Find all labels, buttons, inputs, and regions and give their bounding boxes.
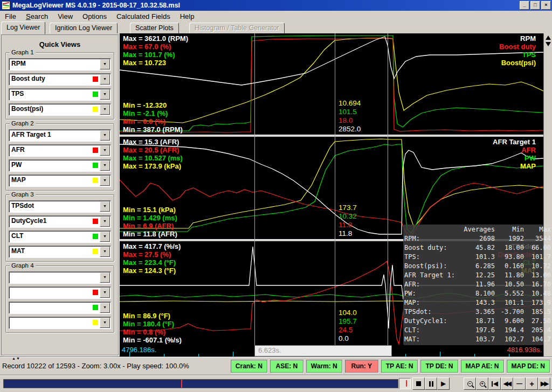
menu-item-calculated-fields[interactable]: Calculated Fields xyxy=(112,11,175,22)
group-label: Graph 4 xyxy=(10,262,36,269)
chevron-down-icon[interactable]: ▼ xyxy=(100,89,110,100)
stats-value: 12.25 xyxy=(460,270,496,279)
field-selector[interactable]: PW▼ xyxy=(9,159,111,172)
chevron-down-icon[interactable]: ▼ xyxy=(100,318,110,328)
legend-item: TPS xyxy=(499,51,536,59)
max-label: Max = 10.723 xyxy=(123,59,188,67)
stats-row: MAT:103.7102.7104.7 xyxy=(403,334,552,344)
field-value: CLT xyxy=(11,232,23,240)
stats-col-max: Max xyxy=(525,225,552,234)
tab-scatter-plots[interactable]: Scatter Plots xyxy=(130,23,179,34)
log-progress-bar[interactable] xyxy=(3,379,398,388)
field-selector[interactable]: ▼ xyxy=(9,302,111,314)
stop-button[interactable] xyxy=(412,377,425,390)
pause-button[interactable] xyxy=(425,377,437,390)
cursor-value: 0.0 xyxy=(339,334,357,343)
field-selector[interactable]: RPM▼ xyxy=(9,58,111,71)
tab-row: Log ViewerIgnition Log ViewerScatter Plo… xyxy=(0,22,552,33)
series-color-chip xyxy=(93,148,98,153)
chevron-down-icon[interactable]: ▼ xyxy=(100,160,110,171)
max-label: Max = 67.0 (%) xyxy=(123,43,188,51)
field-selector[interactable]: CLT▼ xyxy=(9,230,111,243)
progress-position-marker xyxy=(181,380,182,388)
chevron-down-icon[interactable]: ▼ xyxy=(100,176,110,186)
app-icon xyxy=(2,1,10,10)
stats-value: 5.552 xyxy=(496,289,525,298)
menu-item-search[interactable]: Search xyxy=(21,11,53,22)
legend-item: Boost(psi) xyxy=(499,59,536,67)
field-selector[interactable]: DutyCycle1▼ xyxy=(9,215,111,228)
field-selector[interactable]: ▼ xyxy=(9,286,111,299)
field-value: PW xyxy=(11,161,22,169)
timeline-bar[interactable]: 4796.186s. 6.623s. 4816.938s. xyxy=(120,345,543,356)
field-selector[interactable]: ▼ xyxy=(9,271,111,284)
menu-item-help[interactable]: Help xyxy=(175,11,199,22)
field-selector[interactable]: AFR▼ xyxy=(9,144,111,157)
graph2-plot[interactable]: Max = 15.3 (AFR)Max = 20.5 (AFR)Max = 10… xyxy=(120,137,543,239)
chevron-down-icon[interactable]: ▼ xyxy=(100,272,110,283)
min-label: Min = 1.429 (ms) xyxy=(123,214,177,222)
tab-ignition-log-viewer[interactable]: Ignition Log Viewer xyxy=(50,23,118,34)
chevron-down-icon[interactable]: ▼ xyxy=(100,130,110,141)
chevron-down-icon[interactable]: ▼ xyxy=(100,247,110,257)
group-graph-3: Graph 3TPSdot▼DutyCycle1▼CLT▼MAT▼ xyxy=(5,194,114,262)
field-selector[interactable]: Boost(psi)▼ xyxy=(9,103,111,116)
rewind-button[interactable]: ◀◀ xyxy=(501,377,513,390)
stats-row: TPSdot:3.365-3.700185.5 xyxy=(403,307,552,316)
chevron-down-icon[interactable]: ▼ xyxy=(100,303,110,313)
minimize-icon[interactable]: _ xyxy=(520,1,529,10)
splitter-handle-icon[interactable]: ▲▼ xyxy=(12,356,20,360)
zoom-out-button[interactable]: − xyxy=(464,377,476,390)
chevron-down-icon[interactable]: ▼ xyxy=(100,145,110,156)
menu-item-view[interactable]: View xyxy=(53,11,78,22)
cursor-value: 101.5 xyxy=(339,108,361,116)
field-selector[interactable]: TPSdot▼ xyxy=(9,200,111,213)
scroll-down-icon[interactable] xyxy=(546,42,551,46)
field-selector[interactable]: MAP▼ xyxy=(9,174,111,187)
stats-col-averages: Averages xyxy=(460,225,496,234)
chevron-down-icon[interactable]: ▼ xyxy=(100,216,110,227)
close-icon[interactable]: × xyxy=(541,1,551,10)
menu-bar: FileSearchViewOptionsCalculated FieldsHe… xyxy=(0,11,552,22)
stats-row-label: CLT: xyxy=(403,325,460,334)
graph1-plot[interactable]: Max = 3621.0 (RPM)Max = 67.0 (%)Max = 10… xyxy=(120,33,543,135)
record-status-text: Record 10222 of 12593 - Zoom: 3.00x - Pl… xyxy=(2,362,189,370)
series-color-chip xyxy=(93,178,98,183)
stats-row-label: Boost duty: xyxy=(403,243,460,252)
play-icon: ▶ xyxy=(441,381,445,387)
cursor-line[interactable] xyxy=(335,33,335,345)
chevron-down-icon[interactable]: ▼ xyxy=(100,232,110,242)
menu-item-options[interactable]: Options xyxy=(78,11,112,22)
series-color-chip xyxy=(93,290,98,295)
legend-item: Boost duty xyxy=(499,43,536,51)
step-back-button[interactable]: — xyxy=(513,377,526,390)
field-selector[interactable]: AFR Target 1▼ xyxy=(9,129,111,142)
status-badge-ase: ASE: N xyxy=(270,360,303,373)
stats-value: 101.3 xyxy=(460,252,496,261)
chevron-down-icon[interactable]: ▼ xyxy=(100,288,110,298)
tab-log-viewer[interactable]: Log Viewer xyxy=(1,22,45,34)
zoom-in-button[interactable]: + xyxy=(476,377,488,390)
status-badges: Crank: NASE: NWarm: NRun: YTP AE: NTP DE… xyxy=(231,360,550,373)
chevron-down-icon[interactable]: ▼ xyxy=(100,201,110,212)
field-selector[interactable]: TPS▼ xyxy=(9,88,111,101)
field-selector[interactable]: ▼ xyxy=(9,317,111,329)
status-badge-warm: Warm: N xyxy=(306,360,342,373)
stats-value: 104.7 xyxy=(525,334,552,344)
chevron-down-icon[interactable]: ▼ xyxy=(100,74,110,85)
step-forward-button[interactable]: + xyxy=(526,377,538,390)
timeline-window-thumb[interactable]: 6.623s. xyxy=(254,345,392,356)
scroll-up-icon[interactable] xyxy=(546,36,551,40)
stats-value: 194.4 xyxy=(496,325,525,334)
field-selector[interactable]: Boost duty▼ xyxy=(9,73,111,86)
chevron-down-icon[interactable]: ▼ xyxy=(100,104,110,115)
play-button[interactable]: ▶ xyxy=(437,377,450,390)
menu-item-file[interactable]: File xyxy=(0,11,21,22)
fast-forward-button[interactable]: ▶▶ xyxy=(538,377,550,390)
maximize-icon[interactable]: □ xyxy=(530,1,540,10)
stats-row: Boost(psi):6.2850.16010.72 xyxy=(403,261,552,270)
skip-start-button[interactable]: ◀ xyxy=(488,377,501,390)
stats-row-label: AFR: xyxy=(403,279,460,289)
chevron-down-icon[interactable]: ▼ xyxy=(100,59,110,69)
field-selector[interactable]: MAT▼ xyxy=(9,246,111,258)
